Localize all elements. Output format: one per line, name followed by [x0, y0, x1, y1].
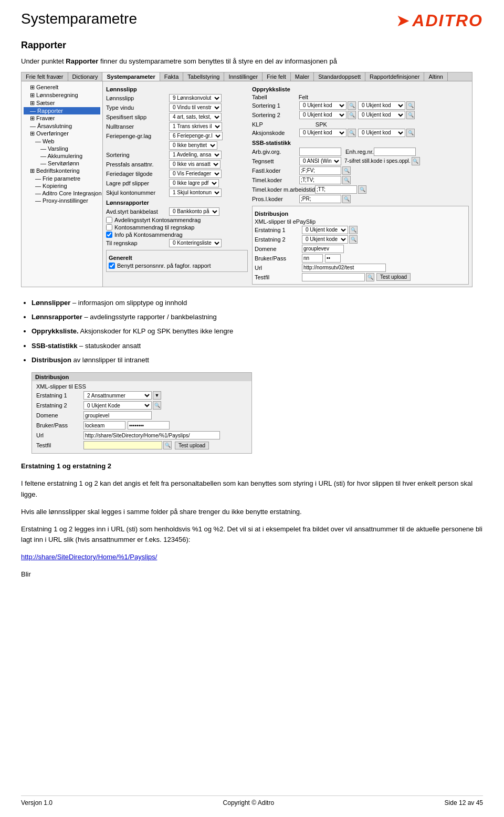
nav-fravaer[interactable]: ⊞ Fravær — [24, 114, 100, 122]
select-lagre-pdf[interactable]: 0 Ikke lagre pdf — [169, 179, 219, 187]
select-skjul-kontonr[interactable]: 1 Skjul kontonun — [169, 188, 222, 197]
url-example-link[interactable]: http://share/SiteDirectory/Home/%1/Paysl… — [21, 553, 157, 561]
checkbox-info-pa[interactable] — [106, 232, 112, 238]
select-avd-styrt[interactable]: 0 Bankkonto på — [169, 207, 219, 216]
ss-lookup-e2[interactable]: 🔍 — [153, 401, 161, 410]
nav-lonnsberegning[interactable]: ⊞ Lønnsberegning — [24, 91, 100, 99]
ss-input-url[interactable] — [83, 431, 220, 439]
label-feriedager: Feriedager tilgode — [106, 171, 169, 177]
erstatning1-lookup[interactable]: 🔍 — [349, 226, 358, 234]
ss-testfil-lookup[interactable]: 🔍 — [163, 441, 172, 449]
input-domene-dist[interactable] — [302, 245, 344, 253]
lookup-btn-ak-2[interactable]: 🔍 — [406, 129, 415, 137]
select-om-benyttet[interactable]: 0 Ikke benyttet — [169, 141, 217, 150]
tab-frie-felt-fravaer[interactable]: Frie felt fravær — [22, 72, 68, 81]
lookup-btn-s2-2[interactable]: 🔍 — [406, 111, 415, 119]
test-upload-btn-main[interactable]: Test upload — [376, 273, 411, 281]
tab-dictionary[interactable]: Dictionary — [68, 72, 103, 81]
field-om-benyttet: 0 Ikke benyttet — [106, 141, 248, 150]
tab-standardoppsett[interactable]: Standardoppsett — [314, 72, 365, 81]
select-sortering1-1[interactable]: 0 Ukjent kod — [299, 101, 346, 110]
pros-lookup[interactable]: 🔍 — [342, 195, 351, 203]
input-bruker-dist[interactable] — [302, 254, 323, 263]
select-sortering[interactable]: 1 Avdeling, ansa — [169, 151, 222, 159]
tab-fakta[interactable]: Fakta — [160, 72, 184, 81]
nav-frie-parametre[interactable]: — Frie parametre — [24, 175, 100, 182]
select-lonnslipp[interactable]: 9 Lønnskonvolut — [169, 94, 222, 102]
checkbox-kontosammendrag[interactable] — [106, 224, 112, 231]
nav-saetser[interactable]: ⊞ Sætser — [24, 99, 100, 107]
checkbox-avdelingsstyrt[interactable] — [106, 217, 112, 223]
select-sortering2-1[interactable]: 0 Ukjent kod — [299, 111, 346, 119]
input-timel-koder-arb[interactable] — [315, 185, 357, 194]
lookup-btn-s1-2[interactable]: 🔍 — [406, 101, 415, 110]
nav-generelt[interactable]: ⊞ Generelt — [24, 83, 100, 91]
select-feriepenge-grlag[interactable]: 6 Feriepenge-gr.l — [169, 132, 223, 140]
tab-tabellstyring[interactable]: Tabellstyring — [183, 72, 224, 81]
ss-input-pass[interactable] — [128, 421, 170, 430]
input-fastl-koder[interactable] — [299, 166, 341, 175]
input-arbgiv-org[interactable] — [299, 148, 341, 156]
select-spesifisert-slipp[interactable]: 4 art, sats, tekst, — [169, 113, 222, 121]
lookup-btn-ak-1[interactable]: 🔍 — [348, 129, 356, 137]
tab-frie-felt[interactable]: Frie felt — [262, 72, 291, 81]
ss-select-erstatning2[interactable]: 0 Ukjent Kode — [83, 401, 152, 410]
select-tegnsett[interactable]: 0 ANSI (Win — [299, 157, 341, 165]
select-erstatning1-dist[interactable]: 0 Ukjent kode — [302, 226, 348, 234]
select-til-regnskap[interactable]: 0 Konteringsliste — [169, 239, 222, 247]
checkbox-benytt-personsnnr[interactable] — [109, 263, 115, 269]
lookup-btn-s1-1[interactable]: 🔍 — [348, 101, 356, 110]
ss-lookup-e1[interactable]: ▼ — [153, 391, 161, 400]
select-type-vindu[interactable]: 0 Vindu til venstr — [169, 103, 222, 112]
timel-lookup[interactable]: 🔍 — [342, 176, 351, 184]
select-feriedager[interactable]: 0 Vis Feriedager — [169, 170, 222, 178]
ss-input-bruker[interactable] — [83, 421, 125, 430]
timel-arb-lookup[interactable]: 🔍 — [358, 185, 366, 194]
nav-arsavslutning[interactable]: — Årsavslutning — [24, 122, 100, 130]
nav-varsling[interactable]: — Varsling — [24, 145, 100, 152]
nav-overforinger[interactable]: ⊞ Overføringer — [24, 130, 100, 138]
tegnsett-lookup[interactable]: 🔍 — [412, 157, 420, 165]
input-timel-koder[interactable] — [299, 176, 341, 184]
nav-web[interactable]: — Web — [24, 138, 100, 145]
select-sortering1-2[interactable]: 0 Ukjent kod — [358, 101, 405, 110]
nav-servitorlonn[interactable]: — Servitørlønn — [24, 160, 100, 167]
tab-innstillinger[interactable]: Innstillinger — [224, 72, 262, 81]
bullet-list: Lønnslipper – informasjon om slipptype o… — [32, 297, 483, 366]
input-testfil[interactable] — [302, 273, 365, 281]
nav-proxy[interactable]: — Proxy-innstillinger — [24, 197, 100, 204]
ss-label-xml-ess: XML-slipper til ESS — [36, 383, 86, 390]
nav-rapporter[interactable]: — Rapporter — [24, 107, 100, 114]
bullet-rest-lonnsslipper: – informasjon om slipptype og innhold — [70, 299, 187, 307]
select-aksjonskode-2[interactable]: 0 Ukjent kod — [358, 129, 405, 137]
opprykksliste-title: Opprykksliste — [252, 86, 469, 92]
nav-bedriftskontering[interactable]: ⊞ Bedriftskontering — [24, 167, 100, 175]
bullet-rest-opprykksliste: Aksjonskoder for KLP og SPK benyttes ikk… — [79, 327, 234, 335]
testfil-lookup[interactable]: 🔍 — [366, 273, 374, 281]
fastl-lookup[interactable]: 🔍 — [342, 166, 351, 175]
ss-input-domene[interactable] — [83, 411, 152, 420]
ss-select-erstatning1[interactable]: 2 Ansattnummer — [83, 391, 152, 400]
nav-kopiering[interactable]: — Kopiering — [24, 182, 100, 190]
select-sortering2-2[interactable]: 0 Ukjent kod — [358, 111, 405, 119]
tab-maler[interactable]: Maler — [291, 72, 314, 81]
erstatning2-lookup[interactable]: 🔍 — [349, 235, 358, 244]
nav-akkumulering[interactable]: — Akkumulering — [24, 152, 100, 160]
ss-test-upload-btn[interactable]: Test upload — [175, 442, 209, 449]
input-pros-koder[interactable] — [299, 195, 341, 203]
nav-aditro-core[interactable]: — Aditro Core Integrasjon — [24, 190, 100, 197]
ss-input-testfil[interactable] — [83, 441, 162, 449]
select-erstatning2-dist[interactable]: 0 Ukjent kode — [302, 235, 348, 244]
input-pass-dist[interactable] — [325, 254, 341, 263]
tab-rapportdefinisjoner[interactable]: Rapportdefinisjoner — [365, 72, 424, 81]
lookup-btn-s2-1[interactable]: 🔍 — [348, 111, 356, 119]
select-aksjonskode-1[interactable]: 0 Ukjent kod — [299, 129, 346, 137]
erstatning-body: I feltene erstatning 1 og 2 kan det angi… — [21, 478, 483, 500]
input-enhregnr[interactable] — [374, 148, 416, 156]
input-url-dist[interactable] — [302, 264, 386, 272]
tab-systemparameter[interactable]: Systemparameter — [102, 72, 160, 81]
tab-altinn[interactable]: Altinn — [424, 72, 448, 81]
label-lonnslipp: Lønnsslipp — [106, 95, 169, 101]
select-nulltranser[interactable]: 1 Trans skrives il — [169, 122, 222, 131]
select-pressfals[interactable]: 0 Ikke vis ansatt — [169, 160, 220, 169]
